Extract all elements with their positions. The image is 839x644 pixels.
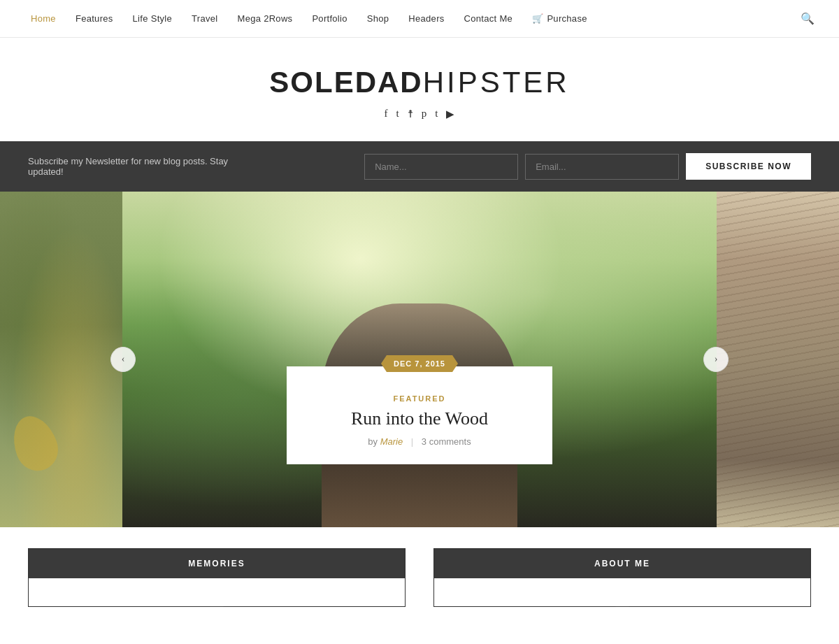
nav-link-portfolio[interactable]: Portfolio <box>302 13 357 24</box>
nav-item-shop[interactable]: Shop <box>357 13 399 24</box>
nav-item-travel[interactable]: Travel <box>182 13 227 24</box>
twitter-icon[interactable]: t <box>396 108 399 120</box>
memories-card-content <box>29 578 405 606</box>
nav-link-headers[interactable]: Headers <box>399 13 454 24</box>
nav-item-purchase[interactable]: 🛒 Purchase <box>522 13 597 24</box>
slide-comments[interactable]: 3 comments <box>422 436 471 447</box>
about-me-card-header: ABOUT ME <box>434 549 810 578</box>
memories-card: MEMORIES <box>28 548 406 607</box>
slider-main: DEC 7, 2015 FEATURED Run into the Wood b… <box>122 192 717 527</box>
logo-part2: HIPSTER <box>423 66 570 99</box>
site-header: SOLEDADHIPSTER f t ☨ p t ▶ <box>0 38 839 141</box>
slide-category: FEATURED <box>308 394 531 403</box>
site-logo: SOLEDADHIPSTER <box>14 66 825 99</box>
email-input[interactable] <box>525 154 679 180</box>
search-icon[interactable]: 🔍 <box>797 8 818 29</box>
slide-author[interactable]: Marie <box>380 436 403 447</box>
nav-link-lifestyle[interactable]: Life Style <box>123 13 182 24</box>
instagram-icon[interactable]: ☨ <box>408 108 413 120</box>
about-me-card: ABOUT ME <box>433 548 811 607</box>
main-nav: Home Features Life Style Travel Mega 2Ro… <box>0 0 839 38</box>
facebook-icon[interactable]: f <box>385 108 388 120</box>
nav-link-travel[interactable]: Travel <box>182 13 227 24</box>
newsletter-text: Subscribe my Newsletter for new blog pos… <box>28 156 238 177</box>
nav-link-home[interactable]: Home <box>21 13 66 24</box>
nav-item-contactme[interactable]: Contact Me <box>454 13 522 24</box>
slide-card: DEC 7, 2015 FEATURED Run into the Wood b… <box>287 366 552 464</box>
nav-item-lifestyle[interactable]: Life Style <box>123 13 182 24</box>
slide-by-label: by <box>368 436 378 447</box>
about-me-card-arrow <box>615 606 629 607</box>
newsletter-inputs: SUBSCRIBE NOW <box>266 153 811 180</box>
nav-link-mega2rows[interactable]: Mega 2Rows <box>228 13 303 24</box>
nav-item-features[interactable]: Features <box>66 13 123 24</box>
youtube-icon[interactable]: ▶ <box>446 108 454 120</box>
cart-icon: 🛒 <box>532 13 543 24</box>
memories-card-header: MEMORIES <box>29 549 405 578</box>
nav-links: Home Features Life Style Travel Mega 2Ro… <box>21 13 597 24</box>
nav-link-contactme[interactable]: Contact Me <box>454 13 522 24</box>
pinterest-icon[interactable]: p <box>422 108 427 120</box>
slide-meta: by Marie | 3 comments <box>308 436 531 447</box>
nav-link-purchase[interactable]: 🛒 Purchase <box>522 13 597 24</box>
nav-item-portfolio[interactable]: Portfolio <box>302 13 357 24</box>
memories-card-arrow <box>210 606 224 607</box>
logo-part1: SOLEDAD <box>269 66 422 99</box>
slide-separator: | <box>411 436 413 447</box>
slider-next-button[interactable]: › <box>703 347 729 372</box>
bottom-section: MEMORIES ABOUT ME <box>0 527 839 607</box>
slider-left-image <box>0 192 122 527</box>
nav-link-features[interactable]: Features <box>66 13 123 24</box>
slider-side-left <box>0 192 122 527</box>
nav-purchase-label: Purchase <box>547 13 587 24</box>
slide-title[interactable]: Run into the Wood <box>308 408 531 429</box>
name-input[interactable] <box>364 154 518 180</box>
nav-item-headers[interactable]: Headers <box>399 13 454 24</box>
nav-item-mega2rows[interactable]: Mega 2Rows <box>228 13 303 24</box>
about-me-card-content <box>434 578 810 606</box>
nav-link-shop[interactable]: Shop <box>357 13 399 24</box>
slider-side-right <box>717 192 839 527</box>
slider-section: DEC 7, 2015 FEATURED Run into the Wood b… <box>0 192 839 527</box>
tumblr-icon[interactable]: t <box>435 108 438 120</box>
subscribe-button[interactable]: SUBSCRIBE NOW <box>686 153 811 180</box>
nav-item-home[interactable]: Home <box>21 13 66 24</box>
slider-right-image <box>717 192 839 527</box>
slide-date-badge: DEC 7, 2015 <box>381 355 458 372</box>
social-icons: f t ☨ p t ▶ <box>14 108 825 120</box>
slider-prev-button[interactable]: ‹ <box>110 347 136 372</box>
newsletter-bar: Subscribe my Newsletter for new blog pos… <box>0 141 839 192</box>
